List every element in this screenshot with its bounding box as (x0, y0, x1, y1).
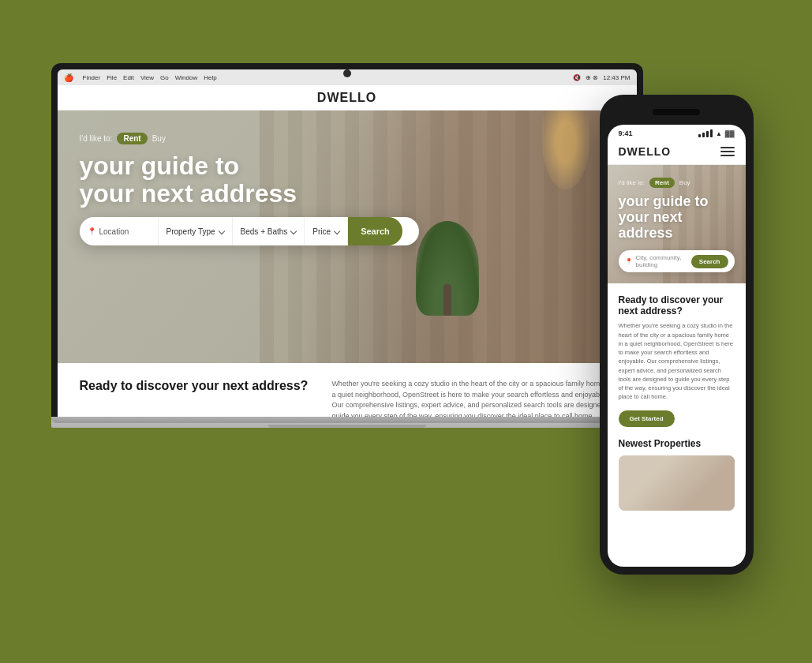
toggle-label: I'd like to: (80, 134, 113, 143)
location-field[interactable]: 📍 Location (80, 217, 159, 245)
laptop-base (51, 417, 643, 428)
discover-heading: Ready to discover your next address? (80, 379, 309, 393)
phone-hero-title: your guide to your next address (619, 194, 735, 241)
toggle-buy-button[interactable]: Buy (152, 134, 166, 143)
phone-discover-heading: Ready to discover your next address? (619, 294, 735, 317)
phone-nav: DWELLO (608, 142, 746, 165)
phone-newest-heading: Newest Properties (619, 438, 735, 449)
menu-file[interactable]: File (107, 74, 117, 81)
hero-toggle-row: I'd like to: Rent Buy (80, 133, 419, 144)
phone-property-thumbnail[interactable] (619, 455, 735, 511)
phone-content: Ready to discover your next address? Whe… (608, 283, 746, 521)
beds-baths-chevron-icon (290, 228, 297, 234)
search-bar: 📍 Location Property Type Beds + Baths (80, 217, 419, 245)
phone-time: 9:41 (619, 129, 633, 137)
toggle-rent-button[interactable]: Rent (117, 133, 147, 144)
phone-toggle-rent-button[interactable]: Rent (649, 178, 675, 188)
hamburger-menu-icon[interactable] (720, 147, 735, 156)
menu-edit[interactable]: Edit (123, 74, 134, 81)
menu-items: Finder File Edit View Go Window Help (83, 74, 217, 81)
phone-notch (645, 103, 708, 122)
property-type-dropdown[interactable]: Property Type (159, 217, 233, 245)
phone-toggle-label: I'd like to: (619, 179, 645, 186)
laptop-logo: DWELLO (317, 91, 376, 105)
phone-discover-text: Whether you're seeking a cozy studio in … (619, 321, 735, 401)
laptop-device: 🍎 Finder File Edit View Go Window Help 🔇… (51, 63, 643, 428)
hero-title: your guide to your next address (80, 152, 419, 208)
discover-description: Whether you're seeking a cozy studio in … (331, 379, 614, 417)
menubar-right: 🔇 ⊕ ⊗ 12:43 PM (573, 74, 630, 81)
location-placeholder: Location (99, 227, 129, 236)
property-type-label: Property Type (167, 227, 215, 236)
mute-icon: 🔇 (573, 74, 581, 81)
apple-logo-icon: 🍎 (64, 73, 73, 82)
phone-hero-title-line1: your guide to (619, 194, 735, 210)
menu-go[interactable]: Go (160, 74, 169, 81)
laptop-stand (51, 417, 643, 423)
beds-baths-label: Beds + Baths (241, 227, 288, 236)
clock: 12:43 PM (603, 74, 630, 81)
menu-window[interactable]: Window (175, 74, 197, 81)
property-type-chevron-icon (218, 228, 224, 234)
phone-notch-bar (653, 109, 700, 115)
laptop-hero: I'd like to: Rent Buy your guide to your… (58, 110, 637, 363)
scene: 🍎 Finder File Edit View Go Window Help 🔇… (51, 32, 761, 631)
phone-search-button[interactable]: Search (691, 255, 728, 268)
menu-view[interactable]: View (140, 74, 154, 81)
phone-toggle-buy-button[interactable]: Buy (679, 179, 690, 186)
phone-device: 9:41 ▲ ▓▓ DWELLO (600, 95, 754, 575)
phone-hero: I'd like to: Rent Buy your guide to your… (608, 165, 746, 283)
hero-plant-decoration (416, 221, 479, 316)
menu-help[interactable]: Help (204, 74, 216, 81)
phone-search-input[interactable]: City, community, building (636, 254, 688, 268)
menu-finder[interactable]: Finder (83, 74, 101, 81)
laptop-bottom-section: Ready to discover your next address? Whe… (58, 363, 637, 417)
phone-toggle-row: I'd like to: Rent Buy (619, 178, 735, 188)
price-dropdown[interactable]: Price (305, 217, 348, 245)
search-button[interactable]: Search (348, 217, 402, 245)
laptop-browser: DWELLO I'd like to: Rent Buy your guide … (58, 85, 637, 417)
phone-frame: 9:41 ▲ ▓▓ DWELLO (600, 95, 754, 575)
laptop-screen-frame: 🍎 Finder File Edit View Go Window Help 🔇… (51, 63, 643, 417)
phone-get-started-button[interactable]: Get Started (619, 410, 675, 427)
phone-logo: DWELLO (619, 145, 672, 158)
price-chevron-icon (334, 228, 340, 234)
phone-status-icons: ▲ ▓▓ (698, 129, 735, 137)
battery-icon: ▓▓ (725, 130, 735, 137)
signal-icon (698, 129, 713, 137)
hero-title-line2: your next address (80, 180, 419, 208)
wifi-icon: ▲ (716, 130, 722, 137)
location-pin-icon: 📍 (88, 227, 96, 235)
phone-screen: 9:41 ▲ ▓▓ DWELLO (608, 125, 746, 567)
laptop-nav: DWELLO (58, 85, 637, 110)
phone-status-bar: 9:41 ▲ ▓▓ (608, 125, 746, 142)
phone-location-pin-icon: 📍 (625, 258, 633, 265)
phone-search-bar[interactable]: 📍 City, community, building Search (619, 250, 735, 272)
price-label: Price (312, 227, 331, 236)
system-icons: ⊕ ⊗ (586, 74, 598, 81)
phone-hero-title-line2: your next address (619, 210, 735, 242)
beds-baths-dropdown[interactable]: Beds + Baths (233, 217, 305, 245)
hero-title-line1: your guide to (80, 152, 419, 180)
laptop-camera (343, 69, 351, 77)
hero-text-content: I'd like to: Rent Buy your guide to your… (80, 133, 419, 245)
